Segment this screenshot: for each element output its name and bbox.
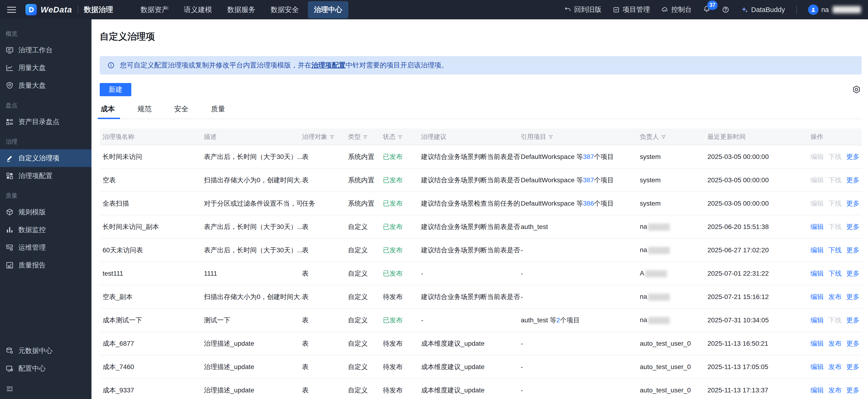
- tab-1[interactable]: 规范: [136, 103, 153, 119]
- filter-icon[interactable]: [546, 133, 554, 140]
- action-link[interactable]: 更多: [846, 246, 860, 254]
- action-link[interactable]: 发布: [828, 340, 842, 347]
- cell-projects: DefaultWorkspace 等386个项目: [521, 192, 640, 215]
- action-link[interactable]: 下线: [828, 270, 842, 277]
- sidebar-item-3-2[interactable]: 运维管理: [0, 239, 91, 256]
- action-link[interactable]: 更多: [846, 387, 860, 394]
- sidebar-item-3-3[interactable]: 质量报告: [0, 256, 91, 274]
- action-link[interactable]: 更多: [846, 176, 860, 184]
- table-row: test1111111表自定义已发布--A2025-07-01 22:31:22…: [100, 262, 862, 285]
- sidebar-item-2-1[interactable]: 治理项配置: [0, 167, 91, 185]
- governance-config-link[interactable]: 治理项配置: [311, 61, 346, 69]
- project-count-link[interactable]: 387: [583, 176, 594, 184]
- topbar-nav-item-4[interactable]: 治理中心: [308, 1, 348, 19]
- cell-owner: na: [640, 285, 708, 308]
- table-row: 成本测试一下测试一下表自定义已发布-auth_test 等2个项目na2025-…: [100, 308, 862, 332]
- rule-template-icon: [5, 208, 14, 217]
- action-link[interactable]: 下线: [828, 246, 842, 254]
- cell-suggestion: 建议结合业务场景判断当前表是否...: [421, 285, 521, 308]
- action-link[interactable]: 编辑: [810, 246, 824, 254]
- action-link[interactable]: 更多: [846, 363, 860, 370]
- sidebar-item-label: 质量大盘: [19, 81, 46, 90]
- tab-3[interactable]: 质量: [210, 103, 226, 119]
- action-link[interactable]: 编辑: [810, 316, 824, 324]
- owner-text: system: [640, 176, 661, 184]
- column-header: 治理建议: [421, 128, 521, 145]
- action-link[interactable]: 发布: [828, 387, 842, 394]
- action-link[interactable]: 编辑: [810, 270, 824, 277]
- cell-name: 成本_9337: [100, 378, 204, 399]
- action-link-disabled: 编辑: [810, 176, 824, 184]
- action-link[interactable]: 更多: [846, 200, 860, 207]
- sidebar-item-label: 配置中心: [19, 364, 46, 373]
- action-link[interactable]: 编辑: [810, 387, 824, 394]
- action-link[interactable]: 发布: [828, 363, 842, 370]
- filter-icon[interactable]: [361, 133, 368, 140]
- topbar-nav-item-3[interactable]: 数据安全: [265, 1, 305, 19]
- cell-owner: na: [640, 215, 708, 238]
- workbench-icon: [5, 46, 14, 55]
- topbar-nav-item-0[interactable]: 数据资产: [134, 1, 175, 19]
- tab-2[interactable]: 安全: [173, 103, 189, 119]
- project-count-link[interactable]: 2: [556, 316, 560, 324]
- cell-type: 自定义: [348, 308, 383, 332]
- cloud-console-icon: [661, 6, 668, 13]
- action-link[interactable]: 发布: [828, 293, 842, 300]
- sidebar-item-0-0[interactable]: 治理工作台: [0, 41, 91, 59]
- filter-icon[interactable]: [328, 133, 335, 140]
- column-header: 描述: [204, 128, 302, 145]
- action-link[interactable]: 更多: [846, 223, 860, 231]
- console-button[interactable]: 控制台: [661, 5, 692, 14]
- cell-updated: 2025-07-21 15:16:12: [708, 285, 810, 308]
- topbar-nav-item-2[interactable]: 数据服务: [221, 1, 262, 19]
- action-link[interactable]: 更多: [846, 270, 860, 277]
- column-settings-button[interactable]: [851, 85, 862, 95]
- project-management-button[interactable]: 项目管理: [613, 5, 650, 14]
- cell-object: 表: [302, 308, 348, 332]
- sidebar-bottom-item-0[interactable]: 元数据中心: [0, 342, 91, 360]
- sidebar-item-2-0[interactable]: 自定义治理项: [0, 149, 91, 167]
- action-link[interactable]: 更多: [846, 153, 860, 160]
- action-link[interactable]: 更多: [846, 340, 860, 347]
- cell-owner: auto_test_user_0: [640, 378, 708, 399]
- sidebar-item-0-1[interactable]: 用量大盘: [0, 59, 91, 76]
- action-link[interactable]: 更多: [846, 293, 860, 300]
- sidebar-bottom: 元数据中心配置中心: [0, 342, 91, 399]
- filter-icon[interactable]: [396, 133, 403, 140]
- hamburger-menu-icon[interactable]: [7, 7, 16, 13]
- sidebar-item-1-0[interactable]: 资产目录盘点: [0, 113, 91, 131]
- cell-suggestion: 成本维度建议_update: [421, 332, 521, 355]
- sidebar-collapse-button[interactable]: [0, 380, 91, 397]
- cell-suggestion: 建议结合业务场景判断当前表是否...: [421, 145, 521, 168]
- topbar-nav-item-1[interactable]: 语义建模: [178, 1, 218, 19]
- metadata-center-icon: [5, 346, 14, 356]
- sidebar-item-0-2[interactable]: 质量大盘: [0, 76, 91, 94]
- project-count-link[interactable]: 387: [583, 153, 594, 160]
- sidebar-item-3-1[interactable]: 数据监控: [0, 221, 91, 239]
- databuddy-button[interactable]: DataBuddy: [741, 6, 785, 14]
- sidebar-bottom-item-1[interactable]: 配置中心: [0, 360, 91, 377]
- filter-icon[interactable]: [659, 133, 666, 140]
- sidebar-item-3-0[interactable]: 规则模版: [0, 203, 91, 221]
- cell-name: 成本_6877: [100, 332, 204, 355]
- status-text: 已发布: [383, 270, 403, 277]
- cell-type: 自定义: [348, 378, 383, 399]
- project-count-link[interactable]: 386: [583, 200, 594, 207]
- back-to-old-button[interactable]: 回到旧版: [564, 5, 601, 14]
- owner-text: system: [640, 153, 661, 160]
- user-menu[interactable]: na: [808, 4, 861, 15]
- action-link[interactable]: 编辑: [810, 363, 824, 370]
- cell-projects: auth_test 等2个项目: [521, 308, 640, 332]
- cell-actions: 编辑下线更多: [810, 145, 862, 168]
- cell-suggestion: 成本维度建议_update: [421, 355, 521, 378]
- action-link[interactable]: 编辑: [810, 223, 824, 231]
- action-link[interactable]: 编辑: [810, 293, 824, 300]
- action-link[interactable]: 更多: [846, 316, 860, 324]
- cell-status: 已发布: [383, 168, 421, 192]
- tab-0[interactable]: 成本: [100, 103, 116, 119]
- help-button[interactable]: [722, 6, 730, 13]
- action-link[interactable]: 编辑: [810, 340, 824, 347]
- create-new-button[interactable]: 新建: [100, 83, 131, 96]
- notifications-button[interactable]: 37: [703, 5, 711, 14]
- product-title: 数据治理: [84, 5, 113, 14]
